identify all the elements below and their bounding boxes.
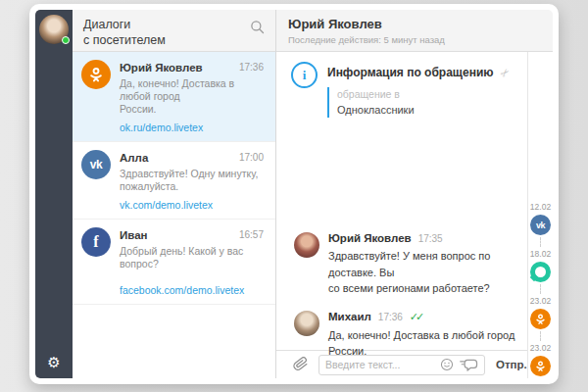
conversation-item[interactable]: f Иван 16:57 Добрый день! Какой у вас во… <box>73 220 275 305</box>
app-window: ⚙ Диалоги с посетителем Юрий Яковлев 17:… <box>29 4 559 384</box>
timeline-connector <box>540 237 541 247</box>
search-icon[interactable] <box>250 20 265 34</box>
double-check-icon: ✓✓ <box>410 311 424 323</box>
chat-header: Юрий Яковлев Последние действия: 5 минут… <box>276 10 553 52</box>
facebook-logo-text: f <box>93 233 98 251</box>
message-list: Юрий Яковлев 17:35 Здравствуйте! У меня … <box>294 232 519 373</box>
timeline-entry: 23.02 <box>530 296 551 329</box>
conversation-item[interactable]: vk Алла 17:00 Здравствуйте! Одну минутку… <box>73 142 275 220</box>
timeline-entry: 18.02 <box>530 249 551 282</box>
sidebar-rail: ⚙ <box>35 10 73 378</box>
chat-main: i Информация по обращению ✂ обращение в … <box>276 52 527 378</box>
timeline-date: 23.02 <box>530 296 551 306</box>
settings-gear-icon[interactable]: ⚙ <box>35 354 73 371</box>
info-sub-block: обращение в Одноклассники <box>327 87 510 118</box>
odnoklassniki-icon <box>81 60 111 89</box>
timeline-entry: 12.02 vk <box>530 202 551 235</box>
scissors-icon[interactable]: ✂ <box>497 65 513 80</box>
info-block-title: Информация по обращению <box>327 66 494 79</box>
conversation-time: 17:36 <box>239 62 264 73</box>
conversations-title: Диалоги с посетителем <box>83 17 264 48</box>
message-author: Михаил <box>328 311 371 322</box>
info-channel-value: Одноклассники <box>337 104 510 116</box>
timeline-date: 23.02 <box>530 343 551 353</box>
vk-logo-text: vk <box>536 220 545 230</box>
visitor-avatar <box>294 232 319 258</box>
online-status-dot <box>62 36 70 44</box>
odnoklassniki-icon[interactable] <box>530 356 551 376</box>
timeline-connector <box>540 331 541 341</box>
chat-last-activity: Последние действия: 5 минут назад <box>288 34 553 45</box>
chat-title: Юрий Яковлев <box>288 17 553 31</box>
info-icon: i <box>291 62 318 88</box>
message-text: Здравствуйте! У меня вопрос по доставке.… <box>328 248 519 297</box>
chat-body: i Информация по обращению ✂ обращение в … <box>276 52 527 350</box>
message-time: 17:36 <box>378 312 403 322</box>
timeline-connector <box>540 284 541 294</box>
chat-message: Юрий Яковлев 17:35 Здравствуйте! У меня … <box>294 232 519 297</box>
vkontakte-icon: vk <box>81 150 111 179</box>
vkontakte-icon[interactable]: vk <box>530 215 551 235</box>
chat-message: Михаил 17:36 ✓✓ Да, конечно! Доставка в … <box>294 311 519 360</box>
facebook-icon: f <box>81 227 111 257</box>
conversation-preview: Да, конечно! Доставка в любой город Росс… <box>120 77 264 116</box>
conversation-link[interactable]: ok.ru/demo.livetex <box>120 122 203 133</box>
timeline-date: 18.02 <box>530 249 551 259</box>
info-block: i Информация по обращению ✂ обращение в … <box>291 62 517 118</box>
conversation-item[interactable]: Юрий Яковлев 17:36 Да, конечно! Доставка… <box>73 52 275 142</box>
operator-avatar[interactable] <box>39 15 69 44</box>
vk-logo-text: vk <box>90 158 102 172</box>
conversation-time: 16:57 <box>239 229 264 240</box>
chat-section: Юрий Яковлев Последние действия: 5 минут… <box>276 10 553 378</box>
odnoklassniki-icon[interactable] <box>530 309 551 329</box>
message-author: Юрий Яковлев <box>328 232 412 244</box>
operator-message-avatar <box>294 311 319 336</box>
timeline-entry: 23.02 <box>530 343 551 376</box>
conversation-link[interactable]: facebook.com/demo.livetex <box>120 284 244 296</box>
message-time: 17:35 <box>418 233 443 244</box>
history-timeline: 12.02 vk 18.02 23.02 <box>527 52 553 378</box>
conversation-link[interactable]: vk.com/demo.livetex <box>120 199 213 211</box>
livetex-chat-icon[interactable] <box>530 262 551 282</box>
info-label: обращение в <box>337 88 510 100</box>
conversation-preview: Добрый день! Какой у вас вопрос? <box>120 245 264 270</box>
timeline-date: 12.02 <box>530 202 551 212</box>
conversation-preview: Здравствуйте! Одну минутку, пожалуйста. <box>120 168 264 193</box>
conversation-time: 17:00 <box>239 152 264 163</box>
conversations-header: Диалоги с посетителем <box>73 10 275 52</box>
conversations-panel: Диалоги с посетителем Юрий Яковлев 17:36… <box>73 10 276 378</box>
livetex-app: ⚙ Диалоги с посетителем Юрий Яковлев 17:… <box>35 10 553 378</box>
message-text: Да, конечно! Доставка в любой город Росс… <box>328 327 519 360</box>
